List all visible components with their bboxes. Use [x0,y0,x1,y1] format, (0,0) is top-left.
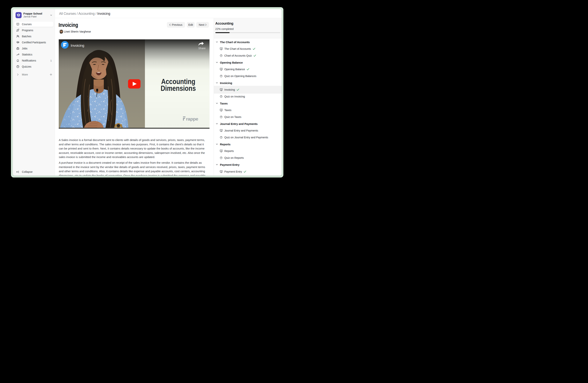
svg-text:rappe: rappe [186,116,198,121]
svg-text:Share: Share [198,47,206,50]
svg-text:Dimensions: Dimensions [161,84,196,92]
svg-text:Invoicing: Invoicing [71,43,84,47]
